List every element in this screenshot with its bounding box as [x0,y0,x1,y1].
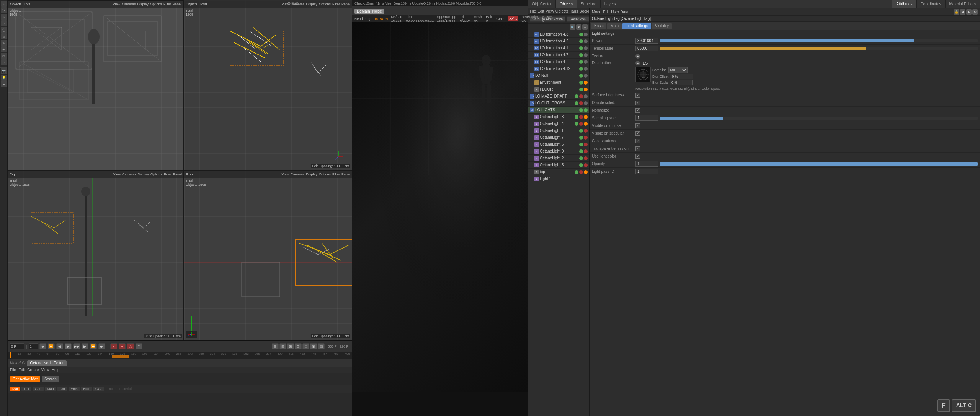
vis-diffuse-check[interactable]: ✓ [635,123,640,128]
layout-btn3[interactable]: ⊠ [287,343,294,349]
om-icon-filter[interactable]: ▼ [576,24,581,30]
ne-tab-map[interactable]: Map [45,387,56,391]
opacity-slider[interactable] [660,162,978,166]
vis-grey-out[interactable] [584,101,588,105]
light-pass-id-input[interactable]: 1 [635,169,658,174]
obj-octlight-1[interactable]: L OctaneLight.1 [528,127,589,134]
use-light-color-check[interactable]: ✓ [635,154,640,159]
vis-orange-floor[interactable] [584,88,588,91]
timeline-ruler[interactable]: 0163248648096112128144160176192208224240… [8,352,352,359]
ne-tab-gen[interactable]: Gen [33,387,44,391]
vis-green-47[interactable] [579,53,583,57]
vis-green-4[interactable] [579,60,583,64]
vp-tr-menu-options[interactable]: Options [319,2,331,6]
light-tab-main[interactable]: Main [607,23,622,29]
pb-next[interactable]: ▶ [82,343,88,349]
vis-green-ol2[interactable] [579,156,583,160]
pb-play-rev[interactable]: ▶▶ [73,343,80,349]
pb-prev[interactable]: ◀ [56,343,63,349]
vp-br-menu-cameras[interactable]: Cameras [291,172,305,176]
vis-grey-412[interactable] [584,67,588,71]
vp-bl-menu-panel[interactable]: Panel [173,172,182,176]
vis-red-ol5[interactable] [584,163,588,167]
cast-shadows-check[interactable]: ✓ [635,139,640,143]
tool-rotate[interactable]: ↻ [1,7,7,13]
dist-radio[interactable]: ● [635,61,640,65]
obj-light-1[interactable]: L Light 1 [528,176,589,182]
btn-reset-psr[interactable]: Reset PSR [567,16,590,22]
object-list[interactable]: LO LO formation 4.3 LO LO formation 4.2 [528,31,589,416]
tool-move[interactable]: ↖ [1,1,7,7]
ne-tab-hair[interactable]: Hair [81,387,92,391]
tab-objects[interactable]: Objects [556,0,577,8]
tab-material-editors[interactable]: Material Editors [946,0,980,8]
vis-green2-lights[interactable] [584,108,588,112]
vis-red-maze[interactable] [579,94,583,98]
opacity-input[interactable]: 1 [635,161,658,167]
tool-camera[interactable]: 📷 [1,68,7,74]
vp-bl-menu-cameras[interactable]: Cameras [122,172,136,176]
vis-orange-ol4[interactable] [584,122,588,126]
obj-lo-formation-412[interactable]: LO LO formation 4.12 [528,65,589,72]
vis-green-top[interactable] [575,170,578,174]
sampling-rate-slider[interactable] [660,117,978,120]
obj-lo-formation-4[interactable]: LO LO formation 4 [528,58,589,65]
obj-lo-formation-41[interactable]: LO LO formation 4.1 [528,45,589,52]
vis-grey-maze[interactable] [584,94,588,98]
pb-last[interactable]: ⏭ [98,343,105,349]
ne-menu-view[interactable]: View [41,368,49,372]
vis-green-412[interactable] [579,67,583,71]
vis-green-env[interactable] [579,81,583,84]
obj-octlight-3[interactable]: L OctaneLight.3 [528,114,589,120]
blur-scale-val[interactable]: 0 % [670,80,693,85]
vp-tl-menu-filter[interactable]: Filter [163,2,171,6]
ne-tab-cm[interactable]: Cm [57,387,67,391]
vp-bl-menu-options[interactable]: Options [150,172,162,176]
vis-orange-env[interactable] [584,81,588,84]
light-tab-settings[interactable]: Light settings [622,23,651,29]
obj-floor[interactable]: F FLOOR [528,86,589,93]
om-icon-add[interactable]: + [582,24,588,30]
tool-poly[interactable]: △ [1,33,7,39]
tool-magnet[interactable]: ⊕ [1,46,7,52]
vis-red-out[interactable] [579,101,583,105]
attr-edit-label[interactable]: Edit [603,10,609,14]
sampling-select[interactable]: MIP Nearest Linear [668,67,688,73]
vp-tr-nav-icon2[interactable]: ⊞ [291,1,294,5]
pb-question[interactable]: ? [136,343,142,349]
ne-canvas-area[interactable]: Octane material [105,386,350,392]
tab-attributes[interactable]: Attributes [892,0,916,8]
sampling-rate-input[interactable]: 1 [635,115,658,121]
tab-coordinates[interactable]: Coordinates [917,0,946,8]
vp-tr-nav-icon3[interactable]: ⊡ [295,1,298,5]
light-tab-basic[interactable]: Basic [591,23,606,29]
vis-green-ol1[interactable] [579,129,583,133]
tool-light[interactable]: 💡 [1,75,7,81]
layout-btn1[interactable]: ⊞ [272,343,279,349]
obj-lo-formation-42[interactable]: LO LO formation 4.2 [528,38,589,45]
ne-tab-ggi[interactable]: GGI [93,387,104,391]
vis-grey-41[interactable] [584,46,588,50]
vp-tr-menu-panel[interactable]: Panel [341,2,350,6]
vis-green-41[interactable] [579,46,583,50]
vp-tl-menu-view[interactable]: View [113,2,120,6]
obj-lo-null[interactable]: LO LO Null [528,72,589,79]
node-editor-tab[interactable]: Octane Node Editor [27,360,67,366]
temp-slider[interactable] [660,47,978,50]
vis-red-ol0[interactable] [584,150,588,153]
vp-tl-menu-options[interactable]: Options [150,2,162,6]
tool-lasso[interactable]: ◯ [1,27,7,33]
vp-br-menu-panel[interactable]: Panel [341,172,350,176]
texture-radio[interactable]: ● [635,54,640,58]
vis-specular-check[interactable]: ✓ [635,131,640,136]
pb-prev-key[interactable]: ⏪ [48,343,55,349]
vp-br-menu-filter[interactable]: Filter [332,172,340,176]
layout-btn4[interactable]: ⊡ [295,343,302,349]
vis-green-ol0[interactable] [579,150,583,153]
obj-environment[interactable]: E Environment [528,79,589,86]
om-menu-file[interactable]: File [530,9,536,13]
pb-autokey[interactable]: ◎ [127,343,134,349]
vis-orange-ol3[interactable] [584,115,588,119]
attr-icon-settings[interactable]: ⚙ [972,9,978,15]
tool-bridge[interactable]: ⌂ [1,59,7,65]
